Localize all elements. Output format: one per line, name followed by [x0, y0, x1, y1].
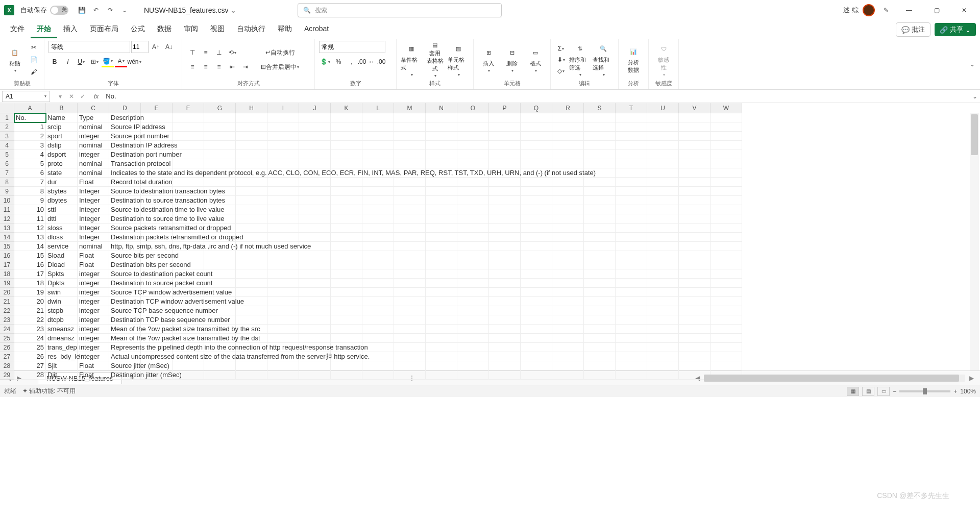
- cell[interactable]: [394, 178, 426, 187]
- expand-formula-button[interactable]: ⌄: [970, 93, 980, 100]
- cell[interactable]: [299, 122, 331, 132]
- cell[interactable]: 15: [14, 251, 46, 260]
- cell[interactable]: [299, 306, 331, 315]
- cell[interactable]: [457, 370, 489, 380]
- cell[interactable]: [584, 178, 616, 187]
- ribbon-tab[interactable]: 自动执行: [231, 21, 272, 38]
- cell[interactable]: [204, 178, 236, 187]
- cell[interactable]: 5: [14, 159, 46, 168]
- cell[interactable]: [647, 214, 679, 224]
- cell[interactable]: [679, 325, 710, 334]
- cell[interactable]: [362, 233, 394, 242]
- cell[interactable]: [236, 269, 267, 279]
- cell[interactable]: [647, 178, 679, 187]
- cell[interactable]: [584, 279, 616, 288]
- row-header[interactable]: 11: [0, 205, 14, 214]
- cell[interactable]: 17: [14, 269, 46, 279]
- cell[interactable]: [331, 132, 362, 141]
- phonetic-button[interactable]: wén▾: [128, 56, 140, 67]
- cell[interactable]: [584, 343, 616, 352]
- row-header[interactable]: 20: [0, 288, 14, 297]
- cell[interactable]: [394, 334, 426, 343]
- cell[interactable]: [710, 132, 742, 141]
- fill-button[interactable]: ⬇▾: [555, 55, 567, 65]
- cell[interactable]: 9: [14, 196, 46, 205]
- cell[interactable]: [331, 251, 362, 260]
- cell[interactable]: [710, 306, 742, 315]
- cell[interactable]: [267, 269, 299, 279]
- cell[interactable]: integer: [78, 352, 109, 361]
- cell[interactable]: Dload: [46, 260, 78, 269]
- cell[interactable]: [362, 178, 394, 187]
- cell[interactable]: [552, 178, 584, 187]
- cell[interactable]: [299, 214, 331, 224]
- cell[interactable]: Float: [78, 370, 109, 380]
- sort-filter-button[interactable]: ⇅排序和筛选▾: [569, 42, 591, 77]
- cell[interactable]: [710, 334, 742, 343]
- cell[interactable]: [616, 132, 647, 141]
- row-header[interactable]: 22: [0, 306, 14, 315]
- cell[interactable]: [616, 288, 647, 297]
- cell[interactable]: [362, 334, 394, 343]
- row-header[interactable]: 25: [0, 334, 14, 343]
- cell[interactable]: [679, 205, 710, 214]
- cell[interactable]: [552, 242, 584, 251]
- cell[interactable]: [457, 214, 489, 224]
- cell[interactable]: [267, 159, 299, 168]
- cell[interactable]: [521, 150, 552, 159]
- cell[interactable]: [679, 361, 710, 370]
- cell[interactable]: [552, 260, 584, 269]
- normal-view-button[interactable]: ▦: [847, 387, 859, 396]
- cell[interactable]: [679, 251, 710, 260]
- cell[interactable]: [299, 251, 331, 260]
- collapse-ribbon-button[interactable]: ⌄: [965, 39, 980, 89]
- cell[interactable]: [426, 122, 457, 132]
- scroll-right-button[interactable]: ▶: [967, 375, 976, 382]
- cell[interactable]: Sjit: [46, 361, 78, 370]
- cell[interactable]: [584, 334, 616, 343]
- cell[interactable]: [236, 224, 267, 233]
- ribbon-tab[interactable]: 插入: [57, 21, 84, 38]
- increase-indent-button[interactable]: ⇥: [239, 61, 252, 72]
- cell[interactable]: [204, 141, 236, 150]
- cell[interactable]: nominal: [78, 122, 109, 132]
- cell[interactable]: 8: [14, 187, 46, 196]
- align-middle-button[interactable]: ≡: [200, 47, 212, 58]
- cell[interactable]: [426, 251, 457, 260]
- cell[interactable]: [616, 187, 647, 196]
- cell[interactable]: [236, 361, 267, 370]
- minimize-button[interactable]: —: [897, 2, 921, 18]
- cell[interactable]: [362, 269, 394, 279]
- cell[interactable]: integer: [78, 297, 109, 306]
- cell[interactable]: [521, 269, 552, 279]
- cell[interactable]: [394, 122, 426, 132]
- cell[interactable]: 11: [14, 214, 46, 224]
- formula-input[interactable]: No.: [102, 92, 970, 100]
- accessibility-status[interactable]: ✦ 辅助功能: 不可用: [22, 387, 76, 395]
- cell[interactable]: [521, 352, 552, 361]
- cell[interactable]: [679, 224, 710, 233]
- cell[interactable]: [679, 159, 710, 168]
- cell[interactable]: [647, 113, 679, 122]
- cell[interactable]: Destination IP address: [109, 141, 141, 150]
- cell[interactable]: [173, 159, 204, 168]
- cell[interactable]: [236, 260, 267, 269]
- cell[interactable]: Integer: [78, 233, 109, 242]
- share-button[interactable]: 🔗 共享 ⌄: [935, 23, 976, 36]
- cell[interactable]: dur: [46, 178, 78, 187]
- cell[interactable]: sttl: [46, 205, 78, 214]
- cell[interactable]: [457, 269, 489, 279]
- autosave-toggle[interactable]: 自动保存: [20, 6, 68, 15]
- cell[interactable]: [647, 132, 679, 141]
- cell[interactable]: [362, 361, 394, 370]
- cell[interactable]: http, ftp, smtp, ssh, dns, ftp-data ,irc…: [109, 242, 141, 251]
- format-cells-button[interactable]: ▭格式▾: [525, 42, 546, 77]
- cell[interactable]: Record total duration: [109, 178, 141, 187]
- cell[interactable]: [331, 196, 362, 205]
- pen-icon[interactable]: ✎: [880, 4, 892, 16]
- cell[interactable]: [204, 122, 236, 132]
- column-header[interactable]: T: [616, 103, 647, 113]
- row-header[interactable]: 24: [0, 325, 14, 334]
- cell[interactable]: [267, 224, 299, 233]
- cell[interactable]: [267, 150, 299, 159]
